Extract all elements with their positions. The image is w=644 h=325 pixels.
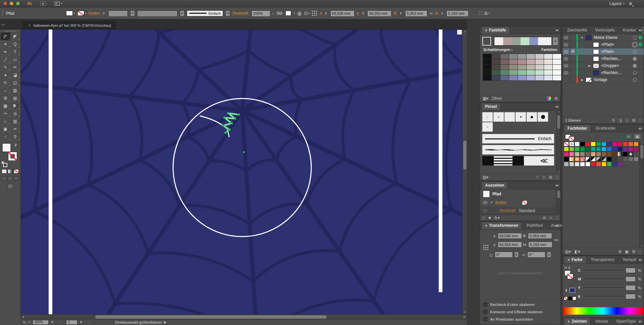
brush-definition-caret[interactable]: ▼ [225,10,230,16]
swatch[interactable] [580,152,585,156]
variation-swatch[interactable] [500,70,509,75]
tab-absatz[interactable]: Absatz [592,318,611,325]
vertical-scrollbar[interactable]: ▲ ▼ [462,29,467,314]
tab-verlauf[interactable]: Verlauf [619,256,639,263]
height-field[interactable]: 5,193 mm [528,242,552,248]
stroke-weight-field[interactable] [108,10,128,16]
target-icon[interactable] [633,71,637,75]
calligraphic-brush[interactable] [482,122,493,132]
swatch[interactable] [623,152,628,156]
select-similar-button[interactable]: ⧉ ▾ [484,11,490,16]
checkbox-row[interactable]: Konturen und Effekte skalieren [483,310,543,314]
tab-farbhilfe[interactable]: ◈ Farbhilfe [481,26,510,34]
new-brush-icon[interactable]: ⊞ [549,175,552,180]
variation-swatch[interactable] [509,59,518,64]
opacity-caret[interactable]: ▸ [273,12,274,15]
close-tab-icon[interactable]: × [28,23,31,28]
new-swatch-icon[interactable]: ⊞ [632,249,635,254]
scroll-left-icon[interactable]: ◀ [21,316,25,318]
swatch[interactable] [596,152,601,156]
swatch[interactable] [596,147,601,151]
target-icon[interactable] [633,36,637,40]
swatch-libraries-icon[interactable]: ▤▾ [565,249,571,254]
visibility-toggle[interactable] [562,41,570,48]
panel-menu-icon[interactable]: ▾≡ [555,105,558,109]
width-stepper[interactable]: ▲▼ [400,12,403,15]
opacity-field[interactable]: 100% [252,10,270,16]
canvas-rotation-icon[interactable]: ⇆ [23,320,25,324]
blob-brush-tool[interactable]: ● [1,71,10,79]
swatch[interactable] [601,142,606,146]
scroll-up-icon[interactable]: ▲ [463,29,467,34]
search-icon[interactable] [629,2,632,5]
swatch[interactable] [575,147,580,151]
swap-fill-stroke-icon[interactable]: ⇄ [13,143,18,147]
brush-definition-dropdown[interactable]: Einfach [187,10,223,16]
width-tool[interactable]: ↔ [1,86,10,94]
layer-row[interactable]: ▼Meine Ebene [562,34,644,41]
swatch[interactable] [623,142,628,146]
new-fill-icon[interactable]: ■ [488,215,491,220]
layer-name[interactable]: <Gruppe> [601,63,633,68]
black-swatch[interactable] [568,297,572,300]
swatch[interactable] [585,152,590,156]
opacity-mask-button[interactable]: ⊡ ▾ [304,11,310,16]
layer-row[interactable]: ▶<Gruppe> [562,62,644,69]
variation-swatch[interactable] [483,65,491,70]
transform-bounds-icon[interactable]: ⛶ [479,11,482,16]
fill-color-swatch[interactable] [2,143,11,152]
swatch[interactable] [585,147,590,151]
artwork[interactable] [21,29,467,314]
stroke-link[interactable]: Kontur: [495,200,507,205]
limit-colors-icon[interactable]: ▦▾ [483,96,488,101]
swatch[interactable] [569,162,574,167]
pen-tool[interactable]: ✒ [1,48,10,56]
status-expand-icon[interactable]: ▶ [164,320,167,324]
swatch[interactable] [623,147,628,151]
swatch[interactable] [596,162,601,167]
new-layer-icon[interactable]: ⊞ [632,118,635,123]
visibility-eye-icon[interactable] [483,209,487,212]
target-icon[interactable] [633,78,637,82]
layer-name[interactable]: <Pfad> [601,42,633,47]
variation-swatch[interactable] [492,65,500,70]
next-artboard-icon[interactable]: › [85,321,86,324]
artboard-number-field[interactable]: 1 [66,320,77,325]
swatch[interactable] [601,147,606,151]
color-mode-button[interactable] [2,169,7,174]
swatch[interactable] [601,152,606,156]
free-transform-tool[interactable]: ▧ [10,86,20,94]
layer-name[interactable]: Vorlage [594,77,633,82]
recolor-artwork-icon[interactable]: ◍ [297,10,302,16]
hand-tool[interactable]: ☝ [1,133,10,140]
swatch-grid[interactable]: ◎ [564,142,644,167]
variation-swatch[interactable] [509,75,518,80]
x-field[interactable]: 69,536 mm [498,233,522,239]
variation-swatch[interactable] [553,70,561,75]
height-field[interactable]: 5,193 mm [446,10,469,16]
window-zoom-button[interactable] [16,2,20,5]
lock-toggle[interactable] [570,62,576,69]
delete-swatch-icon[interactable]: ▯ [639,249,641,254]
scroll-right-icon[interactable]: ▶ [462,316,467,318]
none-swatch[interactable] [564,297,568,300]
swatch[interactable] [618,142,623,146]
locate-object-icon[interactable]: ⚲ [612,118,615,123]
duplicate-item-icon[interactable]: ⧉ [549,215,552,220]
fill-swatch[interactable] [66,11,73,16]
swatch[interactable] [612,152,617,156]
brush-libraries-icon[interactable]: ▤▾ [483,175,488,180]
channel-value-field[interactable] [626,276,636,282]
layer-row[interactable]: <Rechtec... [562,55,644,62]
harmony-color[interactable] [503,37,512,45]
variation-swatch[interactable] [492,75,500,80]
variation-swatch[interactable] [500,59,509,64]
swatch[interactable] [564,162,569,167]
panel-menu-icon[interactable]: ▾≡ [639,258,642,262]
tab-aussehen[interactable]: Aussehen [481,182,508,189]
layer-name[interactable]: <Rechtec... [601,70,633,75]
swatch[interactable] [596,142,601,146]
tab-farbe[interactable]: ◈Farbe [564,256,586,263]
variation-swatch[interactable] [553,59,561,64]
gradient-tool[interactable] [10,102,20,110]
